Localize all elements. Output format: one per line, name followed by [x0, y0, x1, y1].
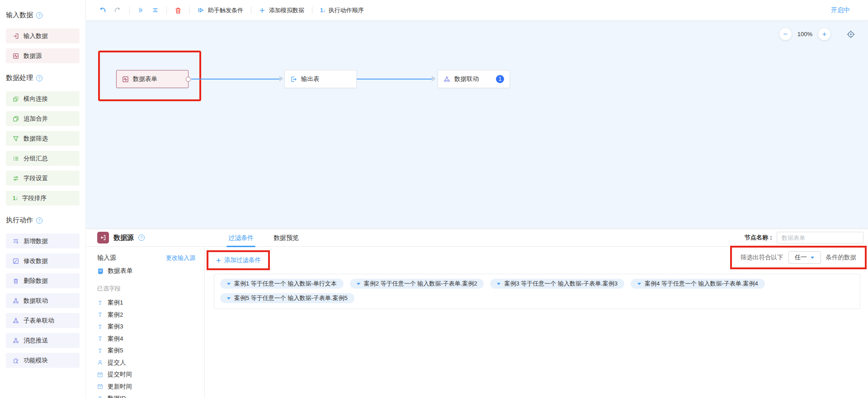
help-icon[interactable]: ?: [36, 12, 42, 19]
condition-text: 案例3 等于任意一个 输入数据-子表单.案例3: [504, 280, 618, 288]
field-label: 案例4: [108, 335, 123, 343]
module-icon: [13, 357, 19, 364]
field-row: 案例5: [97, 345, 195, 357]
add-mock-data-button[interactable]: 添加模拟数据: [259, 6, 304, 14]
field-label: 案例5: [108, 346, 123, 355]
field-label: 案例2: [108, 311, 123, 319]
tab-filter-conditions[interactable]: 过滤条件: [228, 229, 254, 247]
section-title: 输入数据: [6, 11, 33, 19]
field-label: 数据ID: [108, 394, 126, 398]
condition-chip[interactable]: 案例4 等于任意一个 输入数据-子表单.案例4: [631, 279, 765, 289]
sidebar-item-data-source[interactable]: 数据源: [6, 48, 80, 63]
text-field-icon: [97, 348, 103, 354]
add-mock-data-label: 添加模拟数据: [269, 6, 304, 14]
sidebar-item-data-filter[interactable]: 数据筛选: [6, 131, 80, 146]
condition-chip[interactable]: 案例5 等于任意一个 输入数据-子表单.案例5: [220, 293, 354, 303]
redo-icon[interactable]: [114, 6, 122, 14]
sidebar-item-append-merge[interactable]: 追加合并: [6, 111, 80, 126]
sidebar-item-delete-data[interactable]: 删除数据: [6, 273, 80, 288]
sidebar-item-label: 输入数据: [24, 32, 48, 40]
undo-icon[interactable]: [99, 6, 106, 14]
plus-icon: [259, 7, 265, 14]
zoom-out-button[interactable]: −: [779, 28, 792, 40]
match-prefix: 筛选出符合以下: [741, 253, 783, 262]
sidebar-item-data-linkage[interactable]: 数据联动: [6, 293, 80, 308]
action-order-label: 执行动作顺序: [329, 6, 364, 14]
toolbar-divider: [312, 7, 312, 14]
run-trigger-icon: [198, 7, 204, 14]
help-icon[interactable]: ?: [36, 217, 42, 224]
edge-arrow-icon: [432, 76, 436, 81]
sidebar-item-input-data[interactable]: 输入数据: [6, 28, 80, 43]
node-data-form[interactable]: 数据表单: [116, 70, 189, 88]
input-source-row: 输入源 更改输入源: [97, 254, 195, 262]
zoom-level: 100%: [797, 31, 812, 37]
status-toggle[interactable]: 开启中: [831, 6, 850, 14]
chevron-down-icon: [227, 297, 231, 301]
node-name-label: 节点名称：: [745, 234, 774, 242]
condition-chip[interactable]: 案例2 等于任意一个 输入数据-子表单.案例2: [350, 279, 484, 289]
distribute-horizontal-icon[interactable]: [137, 7, 144, 14]
linkage-count-badge: 1: [496, 75, 504, 83]
sidebar-item-add-data[interactable]: 新增数据: [6, 234, 80, 248]
match-mode-select[interactable]: 任一: [788, 251, 821, 264]
align-center-icon[interactable]: [152, 7, 159, 14]
selected-fields-list: 案例1 案例2 案例3 案例4 案例5 提交人 7: [97, 297, 195, 398]
sidebar-item-label: 数据筛选: [24, 135, 48, 143]
field-label: 更新时间: [108, 383, 132, 391]
field-row: 案例1: [97, 297, 195, 309]
filter-conditions-panel: 添加过滤条件 筛选出符合以下 任一 条件的数据 案例1 等于任意一个 输入数据-…: [205, 247, 868, 398]
field-row: 案例4: [97, 333, 195, 345]
linkage-icon: [443, 76, 450, 83]
condition-text: 案例4 等于任意一个 输入数据-子表单.案例4: [645, 280, 758, 288]
sidebar-item-function-module[interactable]: 功能模块: [6, 353, 80, 368]
sidebar-item-field-settings[interactable]: 字段设置: [6, 171, 80, 186]
node-label: 输出表: [301, 75, 320, 83]
source-form-row[interactable]: 数据表单: [97, 267, 195, 275]
node-output-table[interactable]: 输出表: [284, 70, 357, 88]
change-source-link[interactable]: 更改输入源: [166, 254, 195, 262]
sidebar-item-subform-linkage[interactable]: 子表单联动: [6, 313, 80, 328]
field-label: 案例1: [108, 299, 123, 307]
locate-center-icon[interactable]: [846, 30, 855, 39]
svg-text:7: 7: [99, 386, 101, 389]
condition-text: 案例1 等于任意一个 输入数据-单行文本: [234, 280, 337, 288]
node-name-input[interactable]: [777, 232, 863, 243]
edit-icon: [13, 258, 19, 264]
sidebar-item-label: 分组汇总: [24, 155, 48, 163]
source-fields-panel: 输入源 更改输入源 数据表单 已选字段 案例1 案例2 案例3: [86, 247, 205, 398]
sidebar-item-group-summary[interactable]: 分组汇总: [6, 151, 80, 166]
tab-data-preview[interactable]: 数据预览: [274, 229, 299, 247]
trash-icon: [13, 278, 19, 284]
edge-arrow-icon: [279, 76, 283, 81]
delete-node-icon[interactable]: [175, 7, 182, 14]
sidebar-item-label: 字段设置: [24, 174, 48, 183]
sort-icon: 1↓: [13, 195, 18, 201]
output-port-handle[interactable]: [186, 77, 191, 82]
condition-chip[interactable]: 案例1 等于任意一个 输入数据-单行文本: [220, 279, 344, 289]
node-name-group: 节点名称：: [745, 232, 863, 243]
sliders-icon: [13, 175, 19, 182]
sidebar-item-message-push[interactable]: 消息推送: [6, 333, 80, 348]
action-order-button[interactable]: 1↓ 执行动作顺序: [320, 6, 364, 14]
zoom-in-button[interactable]: +: [818, 28, 830, 40]
sidebar-item-edit-data[interactable]: 修改数据: [6, 253, 80, 268]
sidebar-item-horizontal-join[interactable]: 横向连接: [6, 91, 80, 106]
condition-chip[interactable]: 案例3 等于任意一个 输入数据-子表单.案例3: [490, 279, 624, 289]
message-push-icon: [13, 337, 19, 344]
assistant-trigger-button[interactable]: 助手触发条件: [198, 6, 243, 14]
sidebar-item-field-sort[interactable]: 1↓ 字段排序: [6, 191, 80, 206]
flow-canvas[interactable]: 数据表单 输出表 数据联动 1 − 100% +: [86, 20, 868, 229]
funnel-icon: [13, 136, 19, 142]
assistant-trigger-label: 助手触发条件: [208, 6, 243, 14]
help-icon[interactable]: ?: [36, 75, 42, 81]
chevron-down-icon: [227, 283, 231, 287]
sidebar-item-label: 横向连接: [24, 95, 48, 103]
add-filter-condition-button[interactable]: 添加过滤条件: [216, 256, 261, 264]
node-data-linkage[interactable]: 数据联动 1: [438, 70, 510, 88]
import-icon: [13, 33, 19, 39]
help-icon[interactable]: ?: [138, 234, 145, 241]
field-row: 案例2: [97, 309, 195, 321]
field-row: 7 更新时间: [97, 381, 195, 393]
node-config-panel: 数据源 ? 过滤条件 数据预览 节点名称： 输入源 更改输入源 数据表单 已选字…: [86, 229, 868, 398]
